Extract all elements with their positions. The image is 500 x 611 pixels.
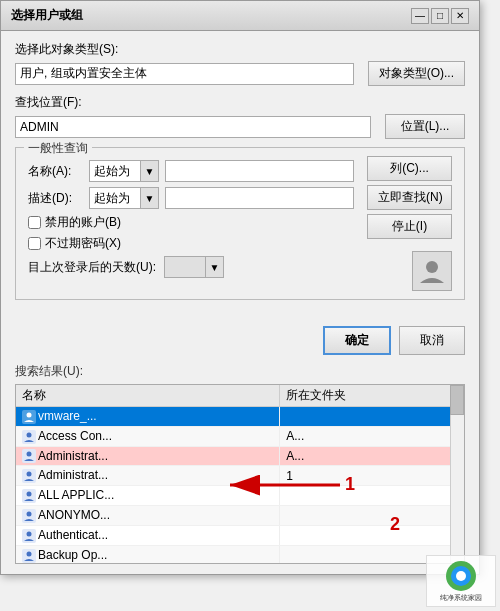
table-cell-location: A... [280, 446, 464, 466]
last-login-days-row: 目上次登录后的天数(U): ▼ [28, 256, 354, 278]
last-login-label: 目上次登录后的天数(U): [28, 259, 156, 276]
table-cell-name: ALL APPLIC... [16, 486, 280, 506]
table-row[interactable]: Administrat...1 [16, 466, 464, 486]
disabled-accounts-label: 禁用的账户(B) [45, 214, 121, 231]
avatar-icon [412, 251, 452, 291]
svg-point-6 [27, 452, 32, 457]
object-type-button[interactable]: 对象类型(O)... [368, 61, 465, 86]
table-row[interactable]: Authenticat... [16, 525, 464, 545]
table-cell-location: 1 [280, 466, 464, 486]
object-type-label: 选择此对象类型(S): [15, 41, 465, 58]
select-user-dialog: 选择用户或组 — □ ✕ 选择此对象类型(S): 对象类型(O)... 查找位置… [0, 0, 480, 575]
table-row[interactable]: ALL APPLIC... [16, 486, 464, 506]
table-cell-location: A... [280, 426, 464, 446]
row-user-icon [22, 508, 38, 522]
no-expire-password-label: 不过期密码(X) [45, 235, 121, 252]
object-type-row: 选择此对象类型(S): 对象类型(O)... [15, 41, 465, 86]
table-cell-name: Administrat... [16, 446, 280, 466]
table-row[interactable]: Access Con...A... [16, 426, 464, 446]
row-user-icon [22, 409, 38, 423]
svg-point-28 [456, 571, 466, 581]
table-cell-location [280, 486, 464, 506]
row-name-text: Administrat... [38, 449, 108, 463]
svg-point-16 [27, 551, 32, 556]
col-name-header[interactable]: 名称 [16, 385, 280, 407]
table-cell-location [280, 506, 464, 526]
name-label: 名称(A): [28, 163, 83, 180]
results-label: 搜索结果(U): [15, 363, 465, 380]
col-location-header[interactable]: 所在文件夹 [280, 385, 464, 407]
row-name-text: Authenticat... [38, 528, 108, 542]
table-row[interactable]: ANONYMO... [16, 506, 464, 526]
row-name-text: ALL APPLIC... [38, 488, 114, 502]
row-user-icon [22, 488, 38, 502]
location-row: 查找位置(F): 位置(L)... [15, 94, 465, 139]
table-cell-location [280, 525, 464, 545]
days-dropdown-arrow: ▼ [205, 257, 223, 277]
general-query-title: 一般性查询 [24, 140, 92, 157]
dialog-title: 选择用户或组 [11, 7, 83, 24]
watermark-site: 纯净系统家园 [440, 594, 482, 602]
location-input[interactable] [15, 116, 371, 138]
watermark-logo [445, 560, 477, 592]
close-button[interactable]: ✕ [451, 8, 469, 24]
results-table-container[interactable]: 名称 所在文件夹 vmware_... Access Con...A... Ad… [15, 384, 465, 564]
desc-label: 描述(D): [28, 190, 83, 207]
scrollbar-track[interactable] [450, 385, 464, 563]
table-cell-location [280, 407, 464, 427]
maximize-button[interactable]: □ [431, 8, 449, 24]
table-row[interactable]: Backup Op... [16, 545, 464, 564]
row-name-text: Access Con... [38, 429, 112, 443]
name-dropdown-arrow: ▼ [140, 161, 158, 181]
row-user-icon [22, 429, 38, 443]
table-row[interactable]: vmware_... [16, 407, 464, 427]
location-button[interactable]: 位置(L)... [385, 114, 465, 139]
cancel-button[interactable]: 取消 [399, 326, 465, 355]
table-cell-name: Administrat... [16, 466, 280, 486]
row-name-text: vmware_... [38, 409, 97, 423]
location-label: 查找位置(F): [15, 94, 465, 111]
days-dropdown[interactable]: ▼ [164, 256, 224, 278]
no-expire-password-row: 不过期密码(X) [28, 235, 354, 252]
desc-dropdown-arrow: ▼ [140, 188, 158, 208]
name-value-input[interactable] [165, 160, 354, 182]
row-name-text: Backup Op... [38, 548, 107, 562]
results-section: 搜索结果(U): 名称 所在文件夹 vmware_... Access Con.… [1, 363, 479, 574]
scrollbar-thumb[interactable] [450, 385, 464, 415]
svg-point-4 [27, 432, 32, 437]
table-cell-name: Authenticat... [16, 525, 280, 545]
row-user-icon [22, 548, 38, 562]
row-user-icon [22, 528, 38, 542]
table-cell-name: vmware_... [16, 407, 280, 427]
table-row[interactable]: Administrat...A... [16, 446, 464, 466]
search-now-button[interactable]: 立即查找(N) [367, 185, 452, 210]
svg-point-2 [27, 412, 32, 417]
minimize-button[interactable]: — [411, 8, 429, 24]
svg-point-14 [27, 531, 32, 536]
row-user-icon [22, 449, 38, 463]
disabled-accounts-row: 禁用的账户(B) [28, 214, 354, 231]
stop-button[interactable]: 停止(I) [367, 214, 452, 239]
ok-button[interactable]: 确定 [323, 326, 391, 355]
svg-point-8 [27, 472, 32, 477]
bottom-buttons-row: 确定 取消 [1, 318, 479, 363]
table-cell-name: Access Con... [16, 426, 280, 446]
table-cell-name: ANONYMO... [16, 506, 280, 526]
no-expire-password-checkbox[interactable] [28, 237, 41, 250]
object-type-input[interactable] [15, 63, 354, 85]
svg-point-10 [27, 492, 32, 497]
svg-point-0 [426, 261, 438, 273]
row-user-icon [22, 468, 38, 482]
desc-starts-with-dropdown[interactable]: 起始为 ▼ [89, 187, 159, 209]
results-table: 名称 所在文件夹 vmware_... Access Con...A... Ad… [16, 385, 464, 564]
desc-value-input[interactable] [165, 187, 354, 209]
table-header-row: 名称 所在文件夹 [16, 385, 464, 407]
list-columns-button[interactable]: 列(C)... [367, 156, 452, 181]
name-starts-with-dropdown[interactable]: 起始为 ▼ [89, 160, 159, 182]
row-name-text: ANONYMO... [38, 508, 110, 522]
watermark: 纯净系统家园 [426, 555, 496, 607]
dialog-titlebar: 选择用户或组 — □ ✕ [1, 1, 479, 31]
svg-point-12 [27, 511, 32, 516]
table-cell-name: Backup Op... [16, 545, 280, 564]
disabled-accounts-checkbox[interactable] [28, 216, 41, 229]
